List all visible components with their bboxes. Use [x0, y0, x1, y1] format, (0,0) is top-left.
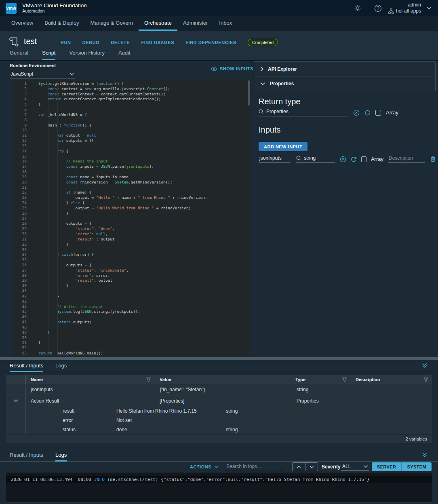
- code-text: "status": "incomplete",: [32, 268, 128, 273]
- input-description-field[interactable]: [388, 155, 425, 163]
- page-header: test RUNDEBUGDELETEFIND USAGESFIND DEPEN…: [0, 31, 438, 61]
- nav-item-manage-govern[interactable]: Manage & Govern: [84, 16, 139, 31]
- code-text: }: [32, 242, 68, 247]
- log-search-input[interactable]: [225, 463, 284, 471]
- action-button-debug[interactable]: DEBUG: [82, 40, 100, 45]
- collapse-panel-icon[interactable]: [422, 363, 427, 368]
- tab-general[interactable]: General: [10, 50, 28, 60]
- properties-accordion[interactable]: Properties: [254, 76, 436, 91]
- trash-icon[interactable]: [430, 156, 436, 162]
- filter-icon[interactable]: [342, 377, 347, 382]
- code-line: 53return _helloWorldNS.main();: [13, 351, 251, 356]
- tab-result-inputs[interactable]: Result / Inputs: [10, 360, 43, 372]
- sort-descending-icon[interactable]: ↓: [426, 464, 429, 470]
- log-output[interactable]: 2026-01-11 08:06:13.494 -08:00 INFO (de.…: [6, 472, 432, 503]
- panel-splitter[interactable]: [0, 357, 438, 360]
- code-text: [32, 325, 38, 330]
- action-button-find-dependencies[interactable]: FIND DEPENDENCIES: [185, 40, 236, 45]
- user-menu[interactable]: admin hol-all-apps: [388, 2, 421, 14]
- refresh-icon[interactable]: [364, 110, 371, 116]
- add-new-input-button[interactable]: ADD NEW INPUT: [259, 142, 307, 151]
- status-badge: Completed: [248, 39, 278, 46]
- code-line: 4 return currentContext.getImplementatio…: [13, 97, 251, 102]
- column-label: Name: [31, 377, 43, 382]
- cell-value: done: [112, 427, 220, 432]
- table-row[interactable]: statusdonestring: [6, 425, 432, 434]
- line-number: 20: [13, 180, 32, 185]
- actions-menu-button[interactable]: ACTIONS: [190, 464, 219, 469]
- action-button-run[interactable]: RUN: [61, 40, 71, 45]
- code-text: "result" : output: [32, 237, 115, 242]
- tab-audit[interactable]: Audit: [118, 50, 131, 60]
- script-content: Runtime Environment JavaScript SHOW INPU…: [0, 61, 438, 357]
- nav-item-overview[interactable]: Overview: [6, 16, 39, 31]
- filter-icon[interactable]: [146, 377, 151, 382]
- code-line: 32 }: [13, 242, 251, 247]
- severity-select[interactable]: ALL: [341, 463, 369, 471]
- expand-caret-icon[interactable]: [14, 399, 18, 402]
- tab-result-inputs[interactable]: Result / Inputs: [10, 449, 43, 462]
- tab-version-history[interactable]: Version History: [69, 50, 104, 60]
- next-match-button[interactable]: [305, 463, 318, 471]
- user-menu-chevron-icon[interactable]: [427, 6, 432, 10]
- code-line: 29 "status": "done",: [13, 226, 251, 232]
- code-text: "result": output: [32, 278, 112, 283]
- code-text: const inputs = JSON.parse(jsonInputs);: [32, 164, 154, 169]
- code-line: 45 System.log(JSON.stringify(outputs));: [13, 309, 251, 314]
- nav-item-administer[interactable]: Administer: [177, 16, 213, 31]
- line-number: 36: [13, 263, 32, 268]
- code-text: outputs = {: [32, 263, 92, 268]
- cell-type: string: [220, 408, 432, 414]
- sort-ascending-icon[interactable]: ↑: [421, 464, 423, 470]
- search-icon: [259, 109, 264, 114]
- action-button-find-usages[interactable]: FIND USAGES: [141, 40, 174, 45]
- logs-toolbar: ACTIONS Severity ALL SERVER SYSTEM ↑ ↓: [0, 462, 438, 472]
- return-type-field[interactable]: Properties: [259, 109, 348, 116]
- severity-value: ALL: [342, 464, 351, 469]
- tab-script[interactable]: Script: [42, 50, 55, 60]
- input-array-checkbox[interactable]: [361, 156, 366, 162]
- cell-name: error: [58, 418, 112, 423]
- nav-item-orchestrate[interactable]: Orchestrate: [139, 16, 177, 31]
- line-number: 9: [13, 123, 32, 128]
- line-number: 39: [13, 278, 32, 283]
- code-text: } else {: [32, 200, 84, 206]
- collapse-panel-icon[interactable]: [422, 452, 427, 458]
- indent-guide: [67, 81, 67, 354]
- log-entry[interactable]: 2026-01-11 08:06:13.494 -08:00 INFO (de.…: [6, 476, 432, 483]
- table-row[interactable]: jsonInputs{"in_name": "Stefan"}string: [6, 384, 432, 395]
- editor-scrollbar[interactable]: [248, 80, 250, 105]
- code-text: [32, 143, 38, 149]
- tab-logs[interactable]: Logs: [55, 360, 67, 372]
- show-inputs-button[interactable]: SHOW INPUTS: [211, 66, 253, 71]
- action-button-delete[interactable]: DELETE: [111, 40, 130, 45]
- code-line: 41: [13, 289, 251, 294]
- clear-icon[interactable]: [340, 156, 346, 162]
- variables-count: 2 variables: [406, 437, 427, 441]
- server-toggle-button[interactable]: SERVER: [372, 462, 401, 471]
- runtime-select[interactable]: JavaScript: [10, 70, 75, 78]
- theme-toggle-icon[interactable]: [353, 4, 362, 13]
- nav-item-build-deploy[interactable]: Build & Deploy: [39, 16, 84, 31]
- return-array-checkbox[interactable]: [375, 110, 381, 116]
- code-line: 17 const inputs = JSON.parse(jsonInputs)…: [13, 164, 251, 169]
- code-line: 40 }: [13, 283, 251, 289]
- line-number: 37: [13, 268, 32, 273]
- help-icon[interactable]: [374, 4, 383, 13]
- code-text: System.getRhinoVersion = function() {: [32, 81, 124, 86]
- previous-match-button[interactable]: [293, 463, 305, 471]
- line-number: 53: [13, 351, 32, 356]
- filter-icon[interactable]: [423, 377, 428, 382]
- table-row[interactable]: errorNot set: [6, 415, 432, 425]
- tab-logs[interactable]: Logs: [55, 449, 67, 462]
- refresh-icon[interactable]: [351, 156, 357, 162]
- nav-item-inbox[interactable]: Inbox: [213, 16, 238, 31]
- input-type-field[interactable]: string: [296, 155, 336, 163]
- table-row[interactable]: resultHello Stefan from Rhino Rhino 1.7.…: [6, 406, 432, 415]
- line-number: 34: [13, 252, 32, 257]
- input-name-field[interactable]: jsonInputs: [259, 155, 291, 163]
- table-row[interactable]: Action Result[Properties]Properties: [6, 395, 432, 406]
- code-editor[interactable]: 1System.getRhinoVersion = function() {2 …: [13, 79, 251, 356]
- clear-icon[interactable]: [353, 110, 360, 116]
- api-explorer-accordion[interactable]: API Explorer: [254, 61, 436, 76]
